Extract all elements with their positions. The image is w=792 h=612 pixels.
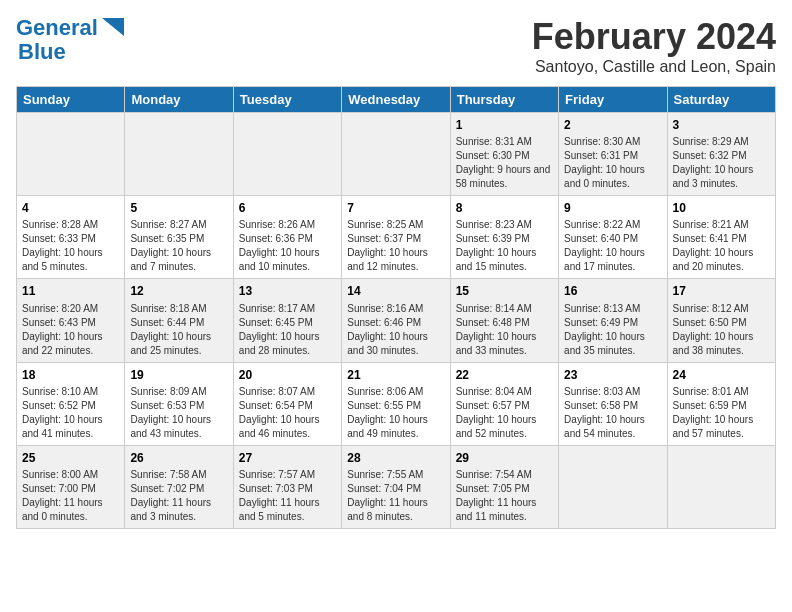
calendar-body: 1Sunrise: 8:31 AM Sunset: 6:30 PM Daylig… [17, 113, 776, 529]
svg-marker-0 [102, 18, 124, 36]
day-number: 10 [673, 200, 770, 216]
logo-arrow-icon [102, 18, 124, 36]
day-number: 4 [22, 200, 119, 216]
day-number: 8 [456, 200, 553, 216]
day-number: 20 [239, 367, 336, 383]
calendar-cell: 7Sunrise: 8:25 AM Sunset: 6:37 PM Daylig… [342, 196, 450, 279]
cell-info: Sunrise: 7:54 AM Sunset: 7:05 PM Dayligh… [456, 468, 553, 524]
day-number: 23 [564, 367, 661, 383]
calendar-cell: 6Sunrise: 8:26 AM Sunset: 6:36 PM Daylig… [233, 196, 341, 279]
calendar-cell: 21Sunrise: 8:06 AM Sunset: 6:55 PM Dayli… [342, 362, 450, 445]
logo-blue-text: Blue [18, 39, 66, 64]
calendar-cell [342, 113, 450, 196]
day-number: 26 [130, 450, 227, 466]
title-block: February 2024 Santoyo, Castille and Leon… [532, 16, 776, 76]
day-number: 3 [673, 117, 770, 133]
day-number: 12 [130, 283, 227, 299]
calendar-cell: 10Sunrise: 8:21 AM Sunset: 6:41 PM Dayli… [667, 196, 775, 279]
day-number: 17 [673, 283, 770, 299]
cell-info: Sunrise: 8:16 AM Sunset: 6:46 PM Dayligh… [347, 302, 444, 358]
cell-info: Sunrise: 8:04 AM Sunset: 6:57 PM Dayligh… [456, 385, 553, 441]
calendar-cell: 5Sunrise: 8:27 AM Sunset: 6:35 PM Daylig… [125, 196, 233, 279]
calendar-cell: 25Sunrise: 8:00 AM Sunset: 7:00 PM Dayli… [17, 445, 125, 528]
calendar-cell [559, 445, 667, 528]
day-number: 1 [456, 117, 553, 133]
calendar-week-row: 1Sunrise: 8:31 AM Sunset: 6:30 PM Daylig… [17, 113, 776, 196]
day-number: 16 [564, 283, 661, 299]
cell-info: Sunrise: 8:10 AM Sunset: 6:52 PM Dayligh… [22, 385, 119, 441]
month-title: February 2024 [532, 16, 776, 58]
cell-info: Sunrise: 8:30 AM Sunset: 6:31 PM Dayligh… [564, 135, 661, 191]
weekday-header-cell: Wednesday [342, 87, 450, 113]
calendar-cell [17, 113, 125, 196]
day-number: 18 [22, 367, 119, 383]
day-number: 2 [564, 117, 661, 133]
day-number: 5 [130, 200, 227, 216]
calendar-cell: 14Sunrise: 8:16 AM Sunset: 6:46 PM Dayli… [342, 279, 450, 362]
day-number: 19 [130, 367, 227, 383]
cell-info: Sunrise: 8:29 AM Sunset: 6:32 PM Dayligh… [673, 135, 770, 191]
cell-info: Sunrise: 8:21 AM Sunset: 6:41 PM Dayligh… [673, 218, 770, 274]
cell-info: Sunrise: 8:25 AM Sunset: 6:37 PM Dayligh… [347, 218, 444, 274]
cell-info: Sunrise: 8:01 AM Sunset: 6:59 PM Dayligh… [673, 385, 770, 441]
day-number: 6 [239, 200, 336, 216]
calendar: SundayMondayTuesdayWednesdayThursdayFrid… [16, 86, 776, 529]
day-number: 7 [347, 200, 444, 216]
calendar-week-row: 18Sunrise: 8:10 AM Sunset: 6:52 PM Dayli… [17, 362, 776, 445]
calendar-cell: 18Sunrise: 8:10 AM Sunset: 6:52 PM Dayli… [17, 362, 125, 445]
calendar-cell: 2Sunrise: 8:30 AM Sunset: 6:31 PM Daylig… [559, 113, 667, 196]
cell-info: Sunrise: 8:31 AM Sunset: 6:30 PM Dayligh… [456, 135, 553, 191]
cell-info: Sunrise: 8:12 AM Sunset: 6:50 PM Dayligh… [673, 302, 770, 358]
cell-info: Sunrise: 8:14 AM Sunset: 6:48 PM Dayligh… [456, 302, 553, 358]
weekday-header-cell: Tuesday [233, 87, 341, 113]
calendar-cell: 23Sunrise: 8:03 AM Sunset: 6:58 PM Dayli… [559, 362, 667, 445]
calendar-cell: 16Sunrise: 8:13 AM Sunset: 6:49 PM Dayli… [559, 279, 667, 362]
cell-info: Sunrise: 8:28 AM Sunset: 6:33 PM Dayligh… [22, 218, 119, 274]
day-number: 9 [564, 200, 661, 216]
calendar-cell: 3Sunrise: 8:29 AM Sunset: 6:32 PM Daylig… [667, 113, 775, 196]
cell-info: Sunrise: 8:20 AM Sunset: 6:43 PM Dayligh… [22, 302, 119, 358]
day-number: 13 [239, 283, 336, 299]
weekday-header-cell: Saturday [667, 87, 775, 113]
cell-info: Sunrise: 8:03 AM Sunset: 6:58 PM Dayligh… [564, 385, 661, 441]
calendar-cell: 29Sunrise: 7:54 AM Sunset: 7:05 PM Dayli… [450, 445, 558, 528]
calendar-cell: 12Sunrise: 8:18 AM Sunset: 6:44 PM Dayli… [125, 279, 233, 362]
calendar-cell: 13Sunrise: 8:17 AM Sunset: 6:45 PM Dayli… [233, 279, 341, 362]
calendar-cell [233, 113, 341, 196]
calendar-cell: 24Sunrise: 8:01 AM Sunset: 6:59 PM Dayli… [667, 362, 775, 445]
cell-info: Sunrise: 8:00 AM Sunset: 7:00 PM Dayligh… [22, 468, 119, 524]
calendar-week-row: 11Sunrise: 8:20 AM Sunset: 6:43 PM Dayli… [17, 279, 776, 362]
calendar-cell: 1Sunrise: 8:31 AM Sunset: 6:30 PM Daylig… [450, 113, 558, 196]
weekday-header-cell: Thursday [450, 87, 558, 113]
logo: General Blue [16, 16, 124, 64]
cell-info: Sunrise: 7:58 AM Sunset: 7:02 PM Dayligh… [130, 468, 227, 524]
calendar-cell: 28Sunrise: 7:55 AM Sunset: 7:04 PM Dayli… [342, 445, 450, 528]
cell-info: Sunrise: 8:09 AM Sunset: 6:53 PM Dayligh… [130, 385, 227, 441]
cell-info: Sunrise: 8:06 AM Sunset: 6:55 PM Dayligh… [347, 385, 444, 441]
calendar-cell: 27Sunrise: 7:57 AM Sunset: 7:03 PM Dayli… [233, 445, 341, 528]
day-number: 15 [456, 283, 553, 299]
weekday-header-cell: Friday [559, 87, 667, 113]
calendar-cell: 17Sunrise: 8:12 AM Sunset: 6:50 PM Dayli… [667, 279, 775, 362]
cell-info: Sunrise: 8:13 AM Sunset: 6:49 PM Dayligh… [564, 302, 661, 358]
cell-info: Sunrise: 8:26 AM Sunset: 6:36 PM Dayligh… [239, 218, 336, 274]
day-number: 25 [22, 450, 119, 466]
cell-info: Sunrise: 7:55 AM Sunset: 7:04 PM Dayligh… [347, 468, 444, 524]
calendar-cell: 4Sunrise: 8:28 AM Sunset: 6:33 PM Daylig… [17, 196, 125, 279]
weekday-header-row: SundayMondayTuesdayWednesdayThursdayFrid… [17, 87, 776, 113]
calendar-cell: 11Sunrise: 8:20 AM Sunset: 6:43 PM Dayli… [17, 279, 125, 362]
cell-info: Sunrise: 8:07 AM Sunset: 6:54 PM Dayligh… [239, 385, 336, 441]
calendar-cell: 9Sunrise: 8:22 AM Sunset: 6:40 PM Daylig… [559, 196, 667, 279]
cell-info: Sunrise: 8:23 AM Sunset: 6:39 PM Dayligh… [456, 218, 553, 274]
calendar-week-row: 4Sunrise: 8:28 AM Sunset: 6:33 PM Daylig… [17, 196, 776, 279]
weekday-header-cell: Sunday [17, 87, 125, 113]
cell-info: Sunrise: 8:27 AM Sunset: 6:35 PM Dayligh… [130, 218, 227, 274]
cell-info: Sunrise: 8:17 AM Sunset: 6:45 PM Dayligh… [239, 302, 336, 358]
calendar-week-row: 25Sunrise: 8:00 AM Sunset: 7:00 PM Dayli… [17, 445, 776, 528]
day-number: 14 [347, 283, 444, 299]
cell-info: Sunrise: 8:18 AM Sunset: 6:44 PM Dayligh… [130, 302, 227, 358]
day-number: 11 [22, 283, 119, 299]
day-number: 21 [347, 367, 444, 383]
calendar-cell: 22Sunrise: 8:04 AM Sunset: 6:57 PM Dayli… [450, 362, 558, 445]
cell-info: Sunrise: 7:57 AM Sunset: 7:03 PM Dayligh… [239, 468, 336, 524]
